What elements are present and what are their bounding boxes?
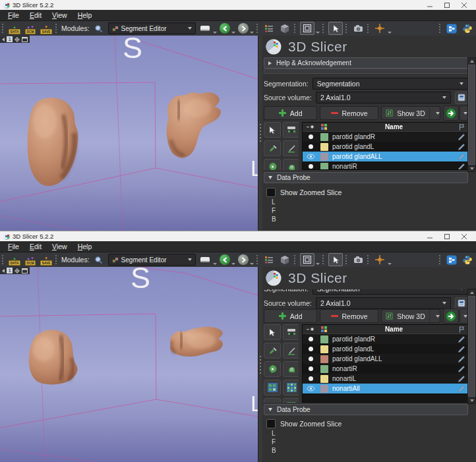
modules-cube-icon[interactable]: [278, 22, 291, 34]
pin-icon[interactable]: [2, 38, 5, 42]
segment-name[interactable]: parotid glandR: [330, 133, 456, 140]
visibility-toggle[interactable]: [303, 144, 318, 149]
edit-pencil-icon[interactable]: [458, 345, 465, 353]
effect-margin-button[interactable]: [283, 398, 299, 403]
segment-status-cell[interactable]: [456, 375, 467, 383]
add-segment-button[interactable]: Add: [264, 309, 317, 323]
segmentation-combo[interactable]: Segmentation: [312, 289, 468, 295]
toolbar-grip[interactable]: [439, 24, 442, 33]
effect-draw-button[interactable]: [283, 140, 299, 156]
effect-threshold-button[interactable]: [283, 122, 299, 138]
effect-erase-button[interactable]: [264, 159, 281, 170]
visibility-toggle[interactable]: [303, 154, 318, 159]
specify-geometry-button[interactable]: [455, 92, 468, 104]
effect-threshold-button[interactable]: [283, 324, 299, 340]
toolbar-grip[interactable]: [322, 255, 326, 264]
minimize-button[interactable]: [421, 0, 438, 10]
segment-status-cell[interactable]: [456, 355, 467, 363]
visibility-toggle[interactable]: [303, 164, 318, 169]
screenshot-camera-icon[interactable]: [351, 254, 365, 266]
crosshair-button[interactable]: [373, 22, 386, 34]
segment-row[interactable]: nonartiR: [303, 364, 467, 374]
chevron-down-icon[interactable]: [316, 263, 320, 265]
segment-name[interactable]: nonartiAll: [330, 385, 456, 392]
view-maximize-icon[interactable]: [22, 37, 28, 42]
favorite-modules-icon[interactable]: [198, 254, 212, 266]
show3d-dropdown[interactable]: [429, 106, 440, 120]
switch-to-segmentations-button[interactable]: [443, 105, 459, 121]
segment-row[interactable]: parotid glandALL: [303, 354, 467, 364]
python-console-icon[interactable]: [461, 22, 474, 34]
effect-paint-button[interactable]: [264, 343, 281, 359]
crosshair-button[interactable]: [373, 254, 386, 266]
python-console-icon[interactable]: [461, 254, 474, 266]
menu-item-help[interactable]: Help: [73, 11, 98, 19]
menu-item-help[interactable]: Help: [73, 243, 98, 250]
data-probe-section[interactable]: Data Probe: [264, 404, 468, 415]
show3d-button[interactable]: Show 3D: [381, 309, 429, 323]
module-history-icon[interactable]: [262, 254, 276, 266]
segment-status-cell[interactable]: [456, 153, 467, 161]
visibility-column-header[interactable]: [303, 125, 318, 129]
screenshot-camera-icon[interactable]: [351, 22, 365, 34]
view-controller-bar[interactable]: 1: [0, 267, 30, 274]
name-column-header[interactable]: Name: [330, 123, 456, 130]
segment-row[interactable]: parotid glandL: [303, 142, 467, 152]
segment-name[interactable]: nonartiR: [330, 365, 456, 372]
segment-status-cell[interactable]: [456, 335, 467, 343]
segment-name[interactable]: parotid glandL: [330, 143, 456, 150]
toolbar-grip[interactable]: [439, 255, 442, 264]
segment-status-cell[interactable]: [456, 345, 467, 353]
segment-row[interactable]: nonartiL: [303, 374, 467, 384]
remove-segment-button[interactable]: Remove: [320, 106, 378, 120]
segment-color-cell[interactable]: [318, 133, 330, 141]
segment-name[interactable]: parotid glandL: [330, 345, 456, 353]
chevron-down-icon[interactable]: [213, 32, 217, 34]
toolbar-grip[interactable]: [294, 24, 297, 33]
scrollbar-thumb[interactable]: [468, 65, 475, 165]
menu-item-edit[interactable]: Edit: [24, 11, 47, 19]
chevron-down-icon[interactable]: [213, 263, 217, 265]
segment-row[interactable]: nonartiR: [303, 161, 467, 170]
history-back-button[interactable]: [220, 23, 230, 34]
segment-color-cell[interactable]: [318, 163, 330, 171]
pin-icon[interactable]: [2, 269, 5, 273]
module-selector[interactable]: Segment Editor: [108, 22, 196, 34]
module-history-icon[interactable]: [262, 22, 276, 34]
segment-color-cell[interactable]: [318, 355, 330, 363]
toolbar-grip[interactable]: [322, 24, 326, 33]
mouse-interaction-button[interactable]: [328, 253, 343, 266]
view-crosshair-icon[interactable]: [15, 268, 20, 274]
chevron-down-icon[interactable]: [250, 263, 254, 265]
switch-to-segmentations-button[interactable]: [443, 308, 459, 324]
segment-color-cell[interactable]: [318, 153, 330, 161]
chevron-down-icon[interactable]: [388, 32, 392, 34]
toolbar-grip[interactable]: [367, 255, 371, 264]
segment-name[interactable]: parotid glandALL: [330, 355, 456, 362]
data-probe-section[interactable]: Data Probe: [264, 172, 468, 183]
effect-erase-button[interactable]: [264, 361, 281, 377]
segment-color-cell[interactable]: [318, 375, 330, 383]
toolbar-grip[interactable]: [55, 255, 59, 264]
segment-row[interactable]: parotid glandR: [303, 334, 467, 344]
effect-level-tracing-button[interactable]: [283, 361, 299, 377]
name-column-header[interactable]: Name: [330, 326, 456, 333]
toolbar-grip[interactable]: [367, 24, 371, 33]
edit-pencil-icon[interactable]: [458, 385, 465, 393]
segment-status-cell[interactable]: [456, 365, 467, 373]
module-search-icon[interactable]: [92, 22, 105, 34]
menu-item-edit[interactable]: Edit: [24, 243, 47, 250]
chevron-down-icon[interactable]: [250, 32, 254, 34]
module-selector[interactable]: Segment Editor: [108, 254, 196, 266]
toolbar-grip[interactable]: [55, 24, 59, 33]
segment-row[interactable]: parotid glandALL: [303, 152, 467, 161]
threed-view[interactable]: S L 1: [0, 267, 258, 462]
effect-cursor-button[interactable]: [264, 324, 281, 340]
edit-pencil-icon[interactable]: [458, 335, 465, 343]
segmentation-combo[interactable]: Segmentation: [312, 78, 468, 90]
effect-paint-button[interactable]: [264, 140, 281, 156]
segment-color-cell[interactable]: [318, 365, 330, 373]
scrollbar-thumb[interactable]: [468, 296, 475, 397]
effect-draw-button[interactable]: [283, 343, 299, 359]
toolbar-grip[interactable]: [345, 24, 349, 33]
